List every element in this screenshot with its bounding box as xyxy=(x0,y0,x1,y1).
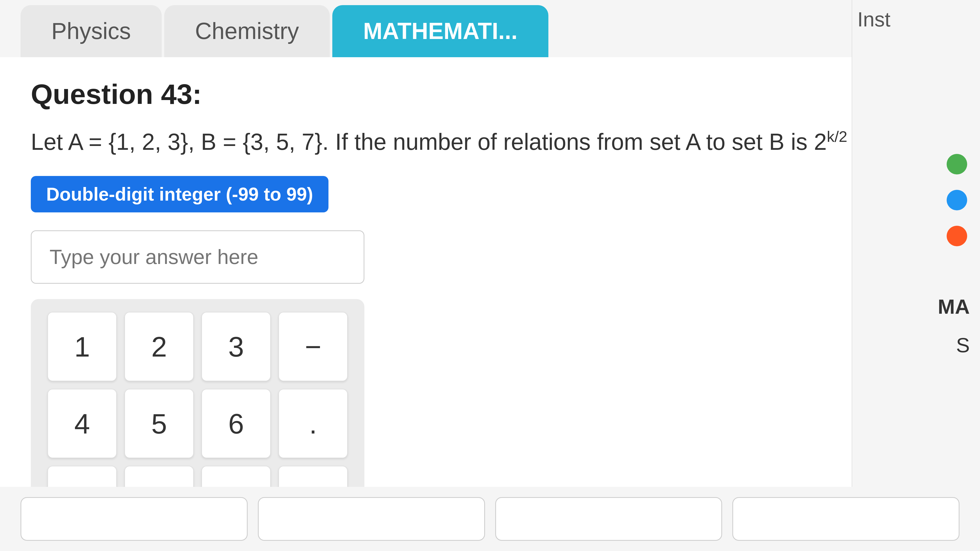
tab-mathematics[interactable]: MATHEMATI... xyxy=(332,5,548,57)
app-container: Physics Chemistry MATHEMATI... Question … xyxy=(0,0,980,551)
key-6[interactable]: 6 xyxy=(201,389,271,458)
tab-chemistry[interactable]: Chemistry xyxy=(164,5,330,57)
question-superscript: k/2 xyxy=(827,128,847,145)
key-4[interactable]: 4 xyxy=(48,389,117,458)
keypad-row-1: 1 2 3 − xyxy=(46,312,349,381)
inst-label: Inst xyxy=(858,8,891,31)
right-panel: Inst MA S xyxy=(852,0,980,551)
blue-circle xyxy=(947,190,967,210)
bottom-btn-3[interactable] xyxy=(495,497,722,541)
bottom-bar xyxy=(0,487,980,551)
tab-bar: Physics Chemistry MATHEMATI... xyxy=(0,0,980,57)
key-minus[interactable]: − xyxy=(278,312,348,381)
key-3[interactable]: 3 xyxy=(201,312,271,381)
tab-physics[interactable]: Physics xyxy=(21,5,162,57)
bottom-btn-4[interactable] xyxy=(732,497,959,541)
green-circle xyxy=(947,154,967,175)
question-text: Let A = {1, 2, 3}, B = {3, 5, 7}. If the… xyxy=(31,126,949,158)
main-content: Question 43: Let A = {1, 2, 3}, B = {3, … xyxy=(0,57,980,551)
question-text-part1: Let A = {1, 2, 3}, B = {3, 5, 7}. If the… xyxy=(31,129,827,155)
key-dot[interactable]: . xyxy=(278,389,348,458)
answer-input-container xyxy=(31,230,364,284)
s-label: S xyxy=(956,333,970,357)
bottom-btn-1[interactable] xyxy=(21,497,248,541)
question-title: Question 43: xyxy=(31,78,949,110)
key-5[interactable]: 5 xyxy=(124,389,194,458)
key-1[interactable]: 1 xyxy=(48,312,117,381)
type-badge: Double-digit integer (-99 to 99) xyxy=(31,176,328,213)
keypad-row-2: 4 5 6 . xyxy=(46,389,349,458)
bottom-btn-2[interactable] xyxy=(258,497,485,541)
orange-circle xyxy=(947,226,967,246)
key-2[interactable]: 2 xyxy=(124,312,194,381)
answer-input[interactable] xyxy=(31,230,364,284)
ma-label: MA xyxy=(938,295,970,319)
